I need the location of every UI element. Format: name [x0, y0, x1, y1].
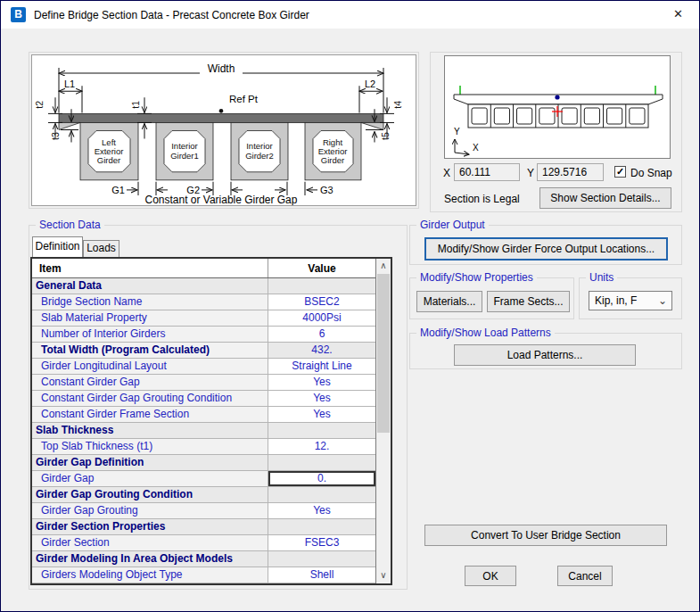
diagram-label-width: Width: [208, 62, 235, 75]
item-cell: Girder Gap: [32, 471, 268, 486]
bridge-section-schematic: Width L1 L2 Ref Pt: [32, 55, 416, 205]
value-cell[interactable]: 12.: [268, 439, 375, 454]
table-row: Slab Thickness: [32, 423, 375, 439]
item-column-header: Item: [32, 259, 268, 277]
scroll-down-icon[interactable]: ∨: [376, 568, 391, 583]
units-group-label: Units: [586, 271, 617, 284]
diagram-label-t1: t1: [130, 101, 141, 109]
window-title: Define Bridge Section Data - Precast Con…: [34, 9, 309, 21]
value-cell[interactable]: BSEC2: [268, 294, 375, 310]
table-row: Top Slab Thickness (t1)12.: [32, 439, 375, 455]
diagram-label-t2: t2: [34, 101, 45, 109]
item-cell: Constant Girder Frame Section: [32, 407, 268, 422]
cancel-button[interactable]: Cancel: [557, 566, 613, 586]
item-cell: Girder Longitudinal Layout: [32, 359, 268, 374]
girder-output-group-label: Girder Output: [416, 219, 489, 231]
diagram-label-l1: L1: [64, 79, 75, 89]
table-row: Bridge Section NameBSEC2: [32, 294, 375, 310]
table-rows: Item Value General Data Bridge Section N…: [32, 259, 375, 583]
girder-force-output-button[interactable]: Modify/Show Girder Force Output Location…: [424, 237, 668, 261]
units-selected-value: Kip, in, F: [595, 294, 637, 307]
girder-output-group: Girder Output Modify/Show Girder Force O…: [409, 225, 682, 265]
x-coordinate-field[interactable]: 60.111: [454, 163, 520, 181]
table-row: Number of Interior Girders6: [32, 327, 375, 343]
item-cell: General Data: [32, 278, 268, 294]
item-cell: Constant Girder Gap: [32, 375, 268, 390]
table-row: Girder Section Properties: [32, 519, 375, 535]
value-cell: [268, 278, 375, 294]
do-snap-label: Do Snap: [630, 167, 672, 179]
y-coordinate-field[interactable]: 129.5716: [537, 163, 604, 181]
value-cell[interactable]: Straight Line: [268, 359, 375, 374]
diagram-label-t4: t4: [392, 101, 403, 109]
chevron-down-icon: ⌄: [658, 296, 671, 305]
tab-definition[interactable]: Definition: [32, 236, 83, 257]
title-bar: B Define Bridge Section Data - Precast C…: [1, 1, 699, 29]
value-cell[interactable]: Yes: [268, 391, 375, 406]
section-data-group-label: Section Data: [36, 219, 104, 231]
girder-label: Girder: [321, 155, 345, 165]
item-cell: Girder Modeling In Area Object Models: [32, 551, 268, 567]
girder-label: Interior: [171, 141, 198, 151]
ok-button[interactable]: OK: [465, 566, 516, 586]
item-cell: Top Slab Thickness (t1): [32, 439, 268, 454]
diagram-label-refpt: Ref Pt: [229, 94, 259, 104]
show-section-details-button[interactable]: Show Section Details...: [539, 187, 671, 209]
diagram-label-t5: t5: [380, 132, 391, 140]
section-preview-canvas[interactable]: Y X: [444, 55, 671, 159]
value-cell[interactable]: Shell: [268, 567, 375, 583]
diagram-label-g1: G1: [111, 185, 125, 195]
table-row: Constant Girder Frame SectionYes: [32, 407, 375, 423]
item-cell: Total Width (Program Calculated): [32, 343, 268, 358]
value-cell: [268, 551, 375, 567]
ref-point-dot: [219, 109, 224, 113]
value-column-header: Value: [268, 259, 375, 277]
units-dropdown[interactable]: Kip, in, F ⌄: [589, 291, 672, 310]
table-row: Constant Girder GapYes: [32, 375, 375, 391]
table-row: Girder Modeling In Area Object Models: [32, 551, 375, 567]
table-row: Total Width (Program Calculated)432.: [32, 343, 375, 359]
value-cell-edit[interactable]: 0.: [268, 471, 375, 486]
load-patterns-group-label: Modify/Show Load Patterns: [416, 327, 555, 339]
item-cell: Bridge Section Name: [32, 294, 268, 310]
section-preview-drawing: Y X: [445, 56, 670, 158]
item-cell: Number of Interior Girders: [32, 327, 268, 342]
frame-sects-button[interactable]: Frame Sects...: [487, 291, 570, 312]
section-legal-status: Section is Legal: [444, 193, 520, 205]
section-preview-group: Y X X 60.111 Y 129.5716 ✓ Do Snap Sectio…: [430, 52, 682, 212]
table-row: Girder Gap Definition: [32, 455, 375, 471]
item-cell: Girder Gap Grouting: [32, 503, 268, 518]
item-cell: Girder Section: [32, 535, 268, 550]
properties-group-label: Modify/Show Properties: [416, 271, 537, 284]
slab-shape: [59, 113, 383, 122]
units-group: Units Kip, in, F ⌄: [579, 277, 682, 319]
section-diagram-canvas: Width L1 L2 Ref Pt: [31, 54, 416, 206]
item-cell: Slab Material Property: [32, 310, 268, 326]
diagram-label-t3: t3: [50, 132, 61, 140]
girder-label: Girder1: [170, 151, 199, 161]
scroll-up-icon[interactable]: ∧: [376, 259, 391, 274]
value-cell: [268, 423, 375, 438]
value-cell[interactable]: Yes: [268, 407, 375, 422]
do-snap-checkbox[interactable]: ✓: [614, 166, 626, 178]
materials-button[interactable]: Materials...: [416, 291, 482, 312]
table-scrollbar[interactable]: ∧ ∨: [375, 259, 391, 583]
value-cell[interactable]: FSEC3: [268, 535, 375, 550]
section-diagram-group: Width L1 L2 Ref Pt: [29, 52, 419, 209]
axis-x-label: X: [473, 143, 479, 153]
value-cell[interactable]: 4000Psi: [268, 310, 375, 326]
item-cell: Girder Gap Definition: [32, 455, 268, 470]
value-cell: 432.: [268, 343, 375, 358]
scroll-thumb[interactable]: [377, 274, 390, 433]
properties-group: Modify/Show Properties Materials... Fram…: [409, 277, 574, 319]
value-cell[interactable]: 6: [268, 327, 375, 342]
load-patterns-button[interactable]: Load Patterns...: [454, 344, 636, 366]
value-cell[interactable]: Yes: [268, 375, 375, 390]
close-icon[interactable]: ✕: [658, 1, 698, 28]
axis-y-label: Y: [454, 127, 460, 136]
tab-loads[interactable]: Loads: [83, 240, 119, 257]
convert-button[interactable]: Convert To User Bridge Section: [424, 525, 667, 546]
value-cell: [268, 487, 375, 502]
x-coordinate-label: X: [443, 167, 450, 179]
value-cell[interactable]: Yes: [268, 503, 375, 518]
